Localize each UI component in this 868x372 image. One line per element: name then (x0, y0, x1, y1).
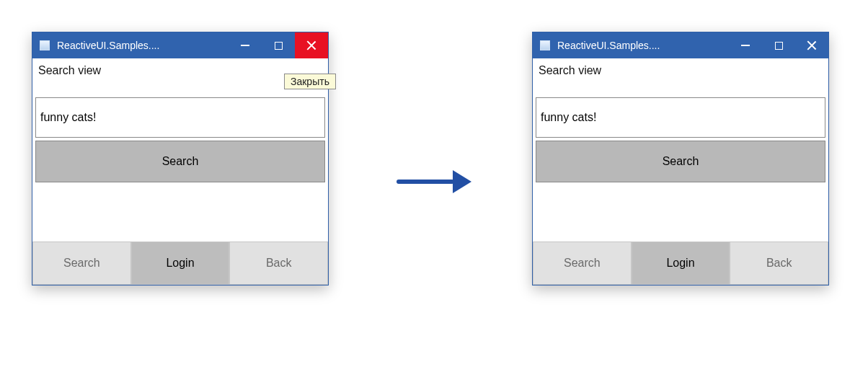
search-button[interactable]: Search (35, 141, 325, 182)
titlebar[interactable]: ReactiveUI.Samples.... (32, 32, 328, 58)
close-icon (807, 40, 817, 50)
maximize-button[interactable] (762, 32, 795, 58)
search-input[interactable] (36, 98, 324, 137)
app-icon (533, 32, 553, 58)
nav-back-button[interactable]: Back (229, 242, 328, 285)
bottom-bar: Search Login Back (32, 242, 328, 285)
minimize-icon (241, 45, 249, 46)
bottom-bar: Search Login Back (533, 242, 828, 285)
maximize-icon (775, 42, 783, 50)
close-button[interactable] (795, 32, 828, 58)
client-area: Search view Search Search Login Back (32, 58, 328, 285)
close-tooltip: Закрыть (284, 74, 336, 89)
window-controls (229, 32, 328, 58)
content-spacer (32, 182, 328, 242)
close-button[interactable] (295, 32, 328, 58)
window-controls (729, 32, 828, 58)
search-input-wrap (35, 97, 325, 138)
arrow-right-icon (397, 170, 471, 193)
nav-search-button[interactable]: Search (533, 242, 632, 285)
titlebar[interactable]: ReactiveUI.Samples.... (533, 32, 828, 58)
nav-back-button[interactable]: Back (730, 242, 828, 285)
window-title: ReactiveUI.Samples.... (553, 32, 729, 58)
content-spacer (533, 182, 828, 242)
nav-search-button[interactable]: Search (32, 242, 131, 285)
search-button[interactable]: Search (536, 141, 825, 182)
minimize-button[interactable] (229, 32, 262, 58)
maximize-icon (275, 42, 283, 50)
minimize-button[interactable] (729, 32, 762, 58)
view-label: Search view (533, 58, 828, 97)
app-icon (32, 32, 53, 58)
window-left: ReactiveUI.Samples.... Search view Searc… (32, 32, 329, 285)
search-input[interactable] (536, 98, 825, 137)
nav-login-button[interactable]: Login (131, 242, 230, 285)
close-icon (306, 40, 316, 50)
window-right: ReactiveUI.Samples.... Search view Searc… (532, 32, 829, 285)
minimize-icon (741, 45, 750, 46)
client-area: Search view Search Search Login Back (533, 58, 828, 285)
search-input-wrap (536, 97, 825, 138)
nav-login-button[interactable]: Login (632, 242, 730, 285)
maximize-button[interactable] (262, 32, 295, 58)
window-title: ReactiveUI.Samples.... (53, 32, 229, 58)
